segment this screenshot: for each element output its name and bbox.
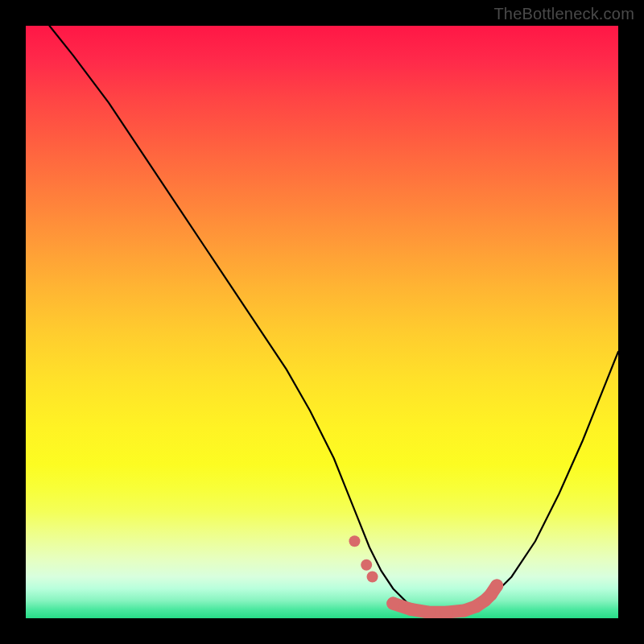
- chart-container: TheBottleneck.com: [0, 0, 644, 644]
- plot-area: [26, 26, 618, 618]
- marker-point: [458, 604, 471, 617]
- marker-point: [490, 580, 503, 592]
- marker-point: [367, 571, 378, 582]
- marker-point: [349, 535, 360, 547]
- marker-point: [361, 559, 372, 571]
- highlight-markers: [349, 535, 503, 618]
- marker-point: [422, 606, 435, 618]
- marker-point: [386, 597, 399, 610]
- curve-svg: [26, 26, 618, 618]
- marker-point: [440, 606, 453, 618]
- watermark-text: TheBottleneck.com: [493, 5, 634, 23]
- bottleneck-curve: [49, 26, 618, 615]
- marker-point: [404, 603, 417, 616]
